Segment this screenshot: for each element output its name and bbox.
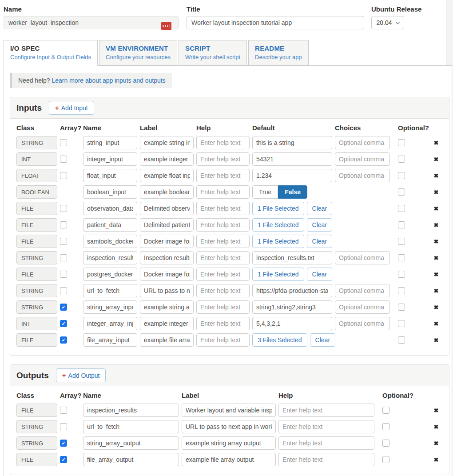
field-label-input[interactable] xyxy=(140,185,194,199)
field-choices-input[interactable] xyxy=(335,152,390,166)
field-label-input[interactable] xyxy=(182,436,276,450)
field-name-input[interactable] xyxy=(83,185,137,199)
field-label-input[interactable] xyxy=(140,251,194,264)
array-checkbox[interactable]: ✓ xyxy=(60,336,67,344)
optional-checkbox[interactable] xyxy=(398,188,405,196)
field-default-input[interactable] xyxy=(252,152,332,166)
field-name-input[interactable] xyxy=(83,453,179,466)
class-select[interactable]: BOOLEAN xyxy=(16,185,57,199)
class-select[interactable]: FILE xyxy=(16,453,57,466)
array-checkbox[interactable] xyxy=(60,172,67,179)
tab-vm-environment[interactable]: VM ENVIRONMENT Configure your resources xyxy=(99,40,177,65)
field-default-input[interactable] xyxy=(252,136,332,149)
file-selected-button[interactable]: 1 File Selected xyxy=(252,218,304,232)
field-choices-input[interactable] xyxy=(335,300,390,314)
optional-checkbox[interactable] xyxy=(398,205,405,212)
optional-checkbox[interactable] xyxy=(398,304,405,311)
array-checkbox[interactable]: ✓ xyxy=(60,320,67,327)
remove-row-button[interactable]: ✖ xyxy=(434,205,439,212)
password-manager-icon[interactable] xyxy=(161,22,171,30)
class-select[interactable]: FILE xyxy=(16,235,57,248)
remove-row-button[interactable]: ✖ xyxy=(434,255,439,261)
optional-checkbox[interactable] xyxy=(398,221,405,228)
field-help-input[interactable] xyxy=(196,317,250,330)
remove-row-button[interactable]: ✖ xyxy=(434,140,439,146)
add-output-button[interactable]: + Add Output xyxy=(56,368,106,382)
array-checkbox[interactable] xyxy=(60,221,67,228)
class-select[interactable]: FLOAT xyxy=(16,169,57,182)
optional-checkbox[interactable] xyxy=(398,320,405,327)
array-checkbox[interactable]: ✓ xyxy=(60,456,67,463)
field-name-input[interactable] xyxy=(83,436,179,450)
clear-button[interactable]: Clear xyxy=(307,202,332,215)
field-label-input[interactable] xyxy=(140,333,194,347)
remove-row-button[interactable]: ✖ xyxy=(434,440,439,447)
field-default-input[interactable] xyxy=(252,251,332,264)
class-select[interactable]: FILE xyxy=(16,218,57,232)
class-select[interactable]: FILE xyxy=(16,404,57,417)
field-name-input[interactable] xyxy=(83,251,137,264)
optional-checkbox[interactable] xyxy=(398,156,405,163)
array-checkbox[interactable] xyxy=(60,156,67,163)
field-help-input[interactable] xyxy=(196,152,250,166)
field-label-input[interactable] xyxy=(140,136,194,149)
field-name-input[interactable] xyxy=(83,404,179,417)
class-select[interactable]: INT xyxy=(16,317,57,330)
field-label-input[interactable] xyxy=(140,235,194,248)
ubuntu-release-select[interactable]: 20.04 xyxy=(371,16,404,29)
remove-row-button[interactable]: ✖ xyxy=(434,424,439,430)
class-select[interactable]: STRING xyxy=(16,436,57,450)
field-help-input[interactable] xyxy=(196,218,250,232)
array-checkbox[interactable] xyxy=(60,254,67,261)
remove-row-button[interactable]: ✖ xyxy=(434,320,439,327)
field-label-input[interactable] xyxy=(140,152,194,166)
field-choices-input[interactable] xyxy=(335,284,390,297)
field-default-input[interactable] xyxy=(252,317,332,330)
clear-button[interactable]: Clear xyxy=(307,235,332,248)
array-checkbox[interactable] xyxy=(60,205,67,212)
clear-button[interactable]: Clear xyxy=(310,333,335,347)
class-select[interactable]: INT xyxy=(16,152,57,166)
remove-row-button[interactable]: ✖ xyxy=(434,304,439,311)
tab-io-spec[interactable]: I/O SPEC Configure Input & Output Fields xyxy=(4,40,98,66)
array-checkbox[interactable] xyxy=(60,407,67,414)
optional-checkbox[interactable] xyxy=(398,287,405,294)
field-label-input[interactable] xyxy=(140,169,194,182)
class-select[interactable]: STRING xyxy=(16,420,57,433)
class-select[interactable]: STRING xyxy=(16,300,57,314)
field-help-input[interactable] xyxy=(278,453,374,466)
field-label-input[interactable] xyxy=(140,300,194,314)
remove-row-button[interactable]: ✖ xyxy=(434,156,439,163)
field-choices-input[interactable] xyxy=(335,251,390,264)
name-input[interactable] xyxy=(4,16,179,29)
optional-checkbox[interactable] xyxy=(398,271,405,278)
field-choices-input[interactable] xyxy=(335,169,390,182)
field-default-input[interactable] xyxy=(252,284,332,297)
optional-checkbox[interactable] xyxy=(398,172,405,179)
remove-row-button[interactable]: ✖ xyxy=(434,337,439,344)
optional-checkbox[interactable] xyxy=(398,238,405,245)
field-name-input[interactable] xyxy=(83,169,137,182)
class-select[interactable]: FILE xyxy=(16,333,57,347)
remove-row-button[interactable]: ✖ xyxy=(434,288,439,294)
field-label-input[interactable] xyxy=(182,420,276,433)
remove-row-button[interactable]: ✖ xyxy=(434,271,439,278)
optional-checkbox[interactable] xyxy=(382,440,389,447)
title-input[interactable] xyxy=(187,16,364,29)
remove-row-button[interactable]: ✖ xyxy=(434,238,439,245)
field-name-input[interactable] xyxy=(83,202,137,215)
field-name-input[interactable] xyxy=(83,300,137,314)
field-help-input[interactable] xyxy=(196,284,250,297)
field-choices-input[interactable] xyxy=(335,136,390,149)
class-select[interactable]: STRING xyxy=(16,251,57,264)
field-name-input[interactable] xyxy=(83,136,137,149)
boolean-false-button[interactable]: False xyxy=(278,185,307,199)
field-help-input[interactable] xyxy=(196,169,250,182)
optional-checkbox[interactable] xyxy=(382,423,389,430)
field-help-input[interactable] xyxy=(278,404,374,417)
field-label-input[interactable] xyxy=(182,453,276,466)
class-select[interactable]: STRING xyxy=(16,136,57,149)
field-label-input[interactable] xyxy=(140,317,194,330)
array-checkbox[interactable] xyxy=(60,238,67,245)
field-help-input[interactable] xyxy=(196,333,250,347)
